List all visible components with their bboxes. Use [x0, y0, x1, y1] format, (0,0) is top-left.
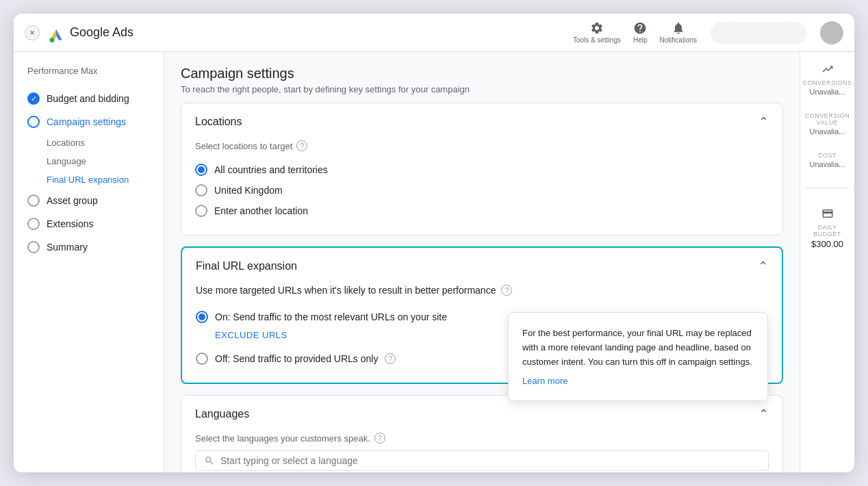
avatar[interactable] — [820, 21, 843, 44]
completed-icon — [27, 92, 40, 105]
credit-card-icon — [821, 207, 834, 222]
conversions-metric: CONVERSIONS Unavalia... — [806, 63, 849, 96]
sidebar-item-summary[interactable]: Summary — [14, 235, 164, 259]
locations-title: Locations — [195, 116, 242, 128]
title-bar-left: × Google Ads — [25, 23, 573, 42]
title-bar: × Google Ads Tools & settings He — [14, 14, 854, 52]
languages-label: Select the languages your customers spea… — [195, 433, 769, 444]
radio-uk-circle — [195, 184, 207, 196]
inactive-icon-extensions — [27, 218, 40, 230]
campaign-name: Performance Max — [14, 66, 164, 87]
radio-all-countries-circle — [195, 164, 207, 176]
right-panel: CONVERSIONS Unavalia... CONVERSION VALUE… — [800, 52, 854, 472]
conversion-value-value: Unavalia... — [810, 127, 845, 136]
inactive-icon-summary — [27, 241, 40, 253]
locations-chevron-icon: ⌃ — [758, 114, 769, 129]
google-ads-logo: Google Ads — [47, 23, 133, 42]
conversions-label: CONVERSIONS — [803, 79, 852, 86]
languages-help-icon[interactable]: ? — [374, 433, 385, 444]
radio-url-on-label: On: Send traffic to the most relevant UR… — [215, 311, 447, 322]
title-bar-right: Tools & settings Help Notifications — [573, 21, 843, 44]
tools-label: Tools & settings — [573, 36, 621, 44]
daily-budget-metric: DAILY BUDGET $300.00 — [806, 207, 849, 249]
sidebar-label-budget: Budget and bidding — [47, 93, 129, 104]
sidebar-item-asset-group[interactable]: Asset group — [14, 189, 164, 212]
url-description: Use more targeted URLs when it's likely … — [196, 285, 768, 296]
sidebar-item-extensions[interactable]: Extensions — [14, 212, 164, 235]
search-bar — [711, 22, 806, 44]
close-button[interactable]: × — [25, 25, 40, 40]
icon-group: Tools & settings Help Notifications — [573, 21, 697, 44]
conversion-value-label: CONVERSION VALUE — [805, 112, 850, 126]
page-header: Campaign settings To reach the right peo… — [164, 52, 800, 103]
url-expansion-chevron-icon: ⌃ — [758, 259, 768, 274]
languages-chevron-icon: ⌃ — [758, 407, 769, 422]
location-target-label: Select locations to target ? — [195, 140, 769, 151]
url-help-icon[interactable]: ? — [501, 285, 512, 296]
radio-all-countries-label: All countries and territories — [214, 164, 328, 175]
radio-all-countries[interactable]: All countries and territories — [195, 159, 769, 180]
sidebar: Performance Max Budget and bidding Campa… — [14, 52, 164, 472]
sidebar-sub-item-language[interactable]: Language — [47, 152, 164, 170]
main-layout: Performance Max Budget and bidding Campa… — [14, 52, 854, 472]
right-panel-divider — [806, 188, 849, 188]
cost-value: Unavalia... — [810, 160, 845, 168]
sidebar-item-campaign-settings[interactable]: Campaign settings — [14, 110, 164, 133]
tools-settings-button[interactable]: Tools & settings — [573, 21, 621, 44]
notifications-button[interactable]: Notifications — [660, 21, 697, 44]
notifications-label: Notifications — [660, 36, 697, 44]
radio-url-on-circle — [196, 311, 208, 323]
radio-url-off-circle — [196, 353, 208, 365]
locations-section: Locations ⌃ Select locations to target ?… — [181, 103, 783, 235]
app-window: × Google Ads Tools & settings He — [14, 14, 854, 472]
locations-content: Select locations to target ? All countri… — [181, 140, 782, 235]
sidebar-item-budget-bidding[interactable]: Budget and bidding — [14, 87, 164, 110]
languages-title: Languages — [195, 408, 249, 420]
chart-icon — [821, 63, 834, 78]
content-scroll: Campaign settings To reach the right peo… — [164, 52, 800, 472]
daily-budget-label: DAILY BUDGET — [806, 224, 849, 238]
sidebar-label-extensions: Extensions — [47, 218, 93, 229]
tooltip-text: For the best performance, your final URL… — [522, 327, 754, 369]
url-expansion-title: Final URL expansion — [196, 260, 297, 272]
url-expansion-content: Use more targeted URLs when it's likely … — [182, 285, 782, 383]
radio-uk-label: United Kingdom — [214, 185, 283, 196]
content-area: Campaign settings To reach the right peo… — [164, 52, 800, 472]
locations-section-header[interactable]: Locations ⌃ — [181, 103, 782, 140]
cost-metric: COST Unavalia... — [806, 152, 849, 168]
languages-section-header[interactable]: Languages ⌃ — [181, 396, 782, 433]
sidebar-label-campaign: Campaign settings — [47, 116, 126, 127]
cost-label: COST — [818, 152, 837, 159]
help-button[interactable]: Help — [633, 21, 648, 44]
sidebar-label-summary: Summary — [47, 242, 88, 253]
sidebar-sub-item-locations[interactable]: Locations — [47, 133, 164, 152]
conversion-value-metric: CONVERSION VALUE Unavalia... — [806, 112, 849, 136]
radio-uk[interactable]: United Kingdom — [195, 180, 769, 201]
tooltip-popup: For the best performance, your final URL… — [508, 312, 768, 401]
conversions-value: Unavalia... — [810, 88, 845, 96]
daily-budget-value: $300.00 — [811, 239, 843, 249]
languages-content: Select the languages your customers spea… — [181, 433, 782, 472]
radio-enter-location[interactable]: Enter another location — [195, 201, 769, 221]
page-subtitle: To reach the right people, start by defi… — [181, 84, 783, 94]
sidebar-sub-items: Locations Language Final URL expansion — [14, 133, 164, 189]
sidebar-sub-item-final-url[interactable]: Final URL expansion — [47, 170, 164, 189]
url-off-help-icon[interactable]: ? — [385, 353, 396, 364]
page-title: Campaign settings — [181, 66, 783, 81]
language-search-row[interactable] — [195, 450, 769, 471]
help-label: Help — [633, 36, 648, 44]
radio-enter-location-circle — [195, 205, 207, 217]
location-help-icon[interactable]: ? — [296, 140, 307, 151]
search-icon — [204, 455, 215, 466]
inactive-icon-asset — [27, 194, 40, 207]
url-expansion-header[interactable]: Final URL expansion ⌃ — [182, 248, 782, 285]
sidebar-label-asset: Asset group — [47, 195, 98, 206]
app-title: Google Ads — [70, 25, 133, 40]
svg-point-2 — [49, 38, 54, 42]
tooltip-learn-more-link[interactable]: Learn more — [522, 376, 567, 386]
active-step-icon — [27, 116, 40, 128]
languages-section: Languages ⌃ Select the languages your cu… — [181, 395, 783, 472]
radio-url-off-label: Off: Send traffic to provided URLs only — [215, 353, 378, 364]
language-search-input[interactable] — [220, 455, 760, 466]
logo-icon — [47, 23, 66, 42]
